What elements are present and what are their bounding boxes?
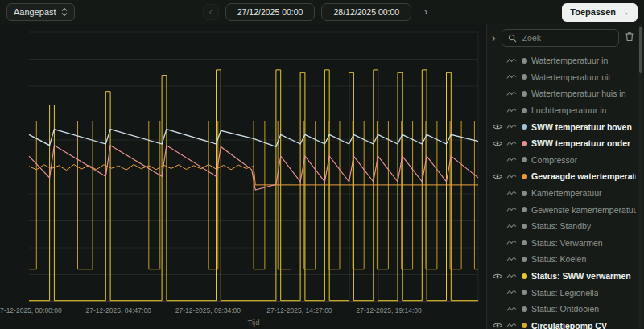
series-label: Watertemperatuur uit <box>531 72 610 82</box>
series-list: Watertemperatuur inWatertemperatuur uitW… <box>487 51 644 329</box>
eye-icon[interactable] <box>492 140 502 147</box>
series-list-item[interactable]: Status: Verwarmen <box>492 235 644 252</box>
series-list-item[interactable]: SWW temperatuur onder <box>492 135 644 152</box>
arrow-right-icon: → <box>621 7 630 17</box>
scrollbar[interactable] <box>638 24 643 329</box>
series-list-item[interactable]: Gewenste kamertemperatuur <box>492 201 644 218</box>
series-color-dot <box>522 174 527 179</box>
next-period-button[interactable]: › <box>418 4 434 20</box>
series-label: Gevraagde watertemperatuur <box>531 171 636 181</box>
series-label: SWW temperatuur boven <box>531 122 632 132</box>
series-list-item[interactable]: Status: Koelen <box>492 251 644 268</box>
x-tick-label: 27-12-2025, 09:34:00 <box>175 306 242 315</box>
series-label: Watertemperatuur huis in <box>531 88 626 98</box>
range-preset-button[interactable]: Aangepast <box>6 3 75 21</box>
eye-icon[interactable] <box>492 273 502 280</box>
series-sidebar: › Watertemperatuur inWatertempe <box>486 24 644 329</box>
x-axis-title: Tijd <box>248 318 260 327</box>
line-chart-icon <box>506 322 518 329</box>
chart-area[interactable]: 27-12-2025, 00:00:0027-12-2025, 04:47:00… <box>0 24 486 329</box>
line-chart-icon <box>506 156 518 163</box>
line-chart-icon <box>506 90 518 97</box>
series-list-item[interactable]: SWW temperatuur boven <box>492 118 644 135</box>
series-color-dot <box>522 240 527 245</box>
scrollbar-thumb[interactable] <box>639 27 642 73</box>
eye-icon[interactable] <box>492 173 502 180</box>
series-label: Status: Verwarmen <box>531 238 603 248</box>
search-box <box>502 29 619 47</box>
series-list-item[interactable]: Watertemperatuur in <box>492 52 644 69</box>
toolbar: Aangepast ‹ 27/12/2025 00:00 28/12/2025 … <box>0 0 644 24</box>
series-label: Watertemperatuur in <box>531 56 608 65</box>
date-to-input[interactable]: 28/12/2025 00:00 <box>321 3 411 21</box>
sidebar-header: › <box>487 24 644 51</box>
line-chart-icon <box>506 289 518 296</box>
line-chart-icon <box>506 206 518 213</box>
search-input[interactable] <box>521 32 613 43</box>
line-chart-icon <box>506 190 518 197</box>
series-color-dot <box>522 157 527 162</box>
series-list-item[interactable]: Kamertemperatuur <box>492 185 644 202</box>
series-list-item[interactable]: Watertemperatuur huis in <box>492 85 644 102</box>
x-tick-label: 27-12-2025, 14:27:00 <box>266 306 332 315</box>
apply-button[interactable]: Toepassen → <box>562 3 638 22</box>
series-color-dot <box>522 58 527 64</box>
prev-period-button[interactable]: ‹ <box>203 4 219 20</box>
line-chart-icon <box>506 107 518 114</box>
series-color-dot <box>522 273 527 279</box>
series-list-item[interactable]: Status: Legionella <box>492 284 644 301</box>
app-root: Aangepast ‹ 27/12/2025 00:00 28/12/2025 … <box>0 0 644 329</box>
series-label: SWW temperatuur onder <box>531 138 630 148</box>
line-chart-icon <box>506 239 518 246</box>
select-chevrons-icon <box>61 7 68 17</box>
main-content: 27-12-2025, 00:00:0027-12-2025, 04:47:00… <box>0 24 644 329</box>
series-label: Status: Ontdooien <box>531 304 599 314</box>
series-color-dot <box>522 306 527 312</box>
chevron-right-icon: › <box>424 6 427 18</box>
line-chart-icon <box>506 173 518 180</box>
x-tick-label: 27-12-2025, 19:14:00 <box>357 306 423 315</box>
series-label: Luchttemperatuur in <box>531 105 606 115</box>
series-list-item[interactable]: Circulatiepomp CV <box>492 318 644 329</box>
series-list-item[interactable]: Watertemperatuur uit <box>492 69 644 86</box>
series-label: Gewenste kamertemperatuur <box>531 205 636 215</box>
series-color-dot <box>522 91 527 97</box>
series-circulatiepomp-cv <box>29 121 478 269</box>
series-color-dot <box>522 124 527 130</box>
apply-button-label: Toepassen <box>570 7 616 17</box>
series-label: Status: Koelen <box>531 254 586 264</box>
x-tick-label: 27-12-2025, 04:47:00 <box>86 306 152 315</box>
date-range-controls: ‹ 27/12/2025 00:00 28/12/2025 00:00 › <box>81 3 556 21</box>
series-color-dot <box>522 74 527 80</box>
series-label: Status: Legionella <box>531 288 598 298</box>
series-list-item[interactable]: Status: Ontdooien <box>492 301 644 318</box>
line-chart-icon <box>506 140 518 147</box>
series-list-item[interactable]: Compressor <box>492 152 644 169</box>
series-label: Compressor <box>531 155 577 165</box>
time-series-chart[interactable]: 27-12-2025, 00:00:0027-12-2025, 04:47:00… <box>0 24 486 329</box>
eye-icon[interactable] <box>492 123 502 130</box>
chevron-left-icon: ‹ <box>209 6 213 18</box>
series-label: Status: Standby <box>531 221 591 231</box>
delete-series-button[interactable] <box>623 31 636 44</box>
line-chart-icon <box>506 57 518 64</box>
series-color-dot <box>522 257 527 262</box>
eye-icon[interactable] <box>492 322 502 329</box>
series-list-item[interactable]: Status: SWW verwarmen <box>492 268 644 285</box>
line-chart-icon <box>506 256 518 263</box>
series-label: Status: SWW verwarmen <box>531 271 631 281</box>
series-list-item[interactable]: Gevraagde watertemperatuur <box>492 168 644 185</box>
series-color-dot <box>522 290 527 295</box>
series-color-dot <box>522 323 527 328</box>
collapse-sidebar-button[interactable]: › <box>490 31 497 44</box>
line-chart-icon <box>506 273 518 280</box>
series-color-dot <box>522 224 527 229</box>
line-chart-icon <box>506 123 518 130</box>
series-label: Kamertemperatuur <box>531 188 602 198</box>
series-list-item[interactable]: Status: Standby <box>492 218 644 235</box>
series-color-dot <box>522 191 527 196</box>
x-tick-label: 27-12-2025, 00:00:00 <box>0 306 62 315</box>
date-from-input[interactable]: 27/12/2025 00:00 <box>225 3 316 21</box>
line-chart-icon <box>506 306 518 313</box>
series-list-item[interactable]: Luchttemperatuur in <box>492 102 644 119</box>
